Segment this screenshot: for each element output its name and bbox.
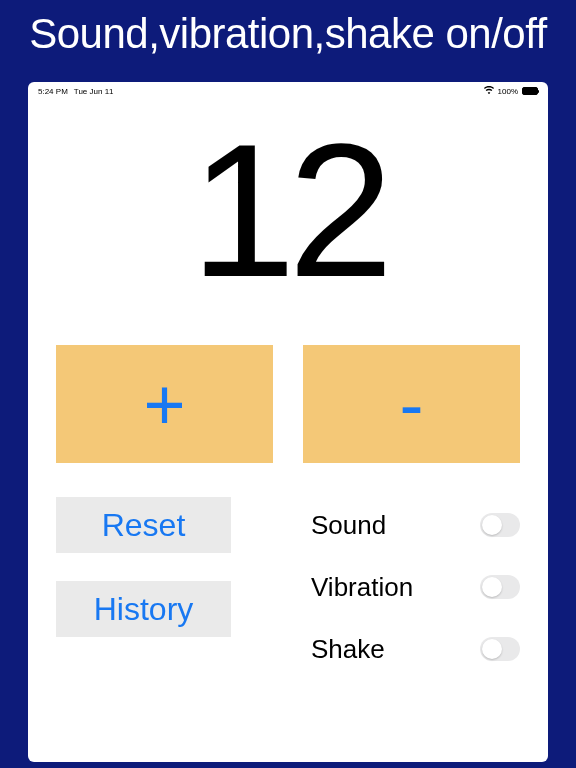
reset-button[interactable]: Reset: [56, 497, 231, 553]
setting-shake-label: Shake: [311, 634, 385, 665]
counter-value: 12: [28, 115, 548, 305]
setting-vibration: Vibration: [311, 565, 520, 609]
status-date: Tue Jun 11: [74, 87, 114, 96]
setting-shake: Shake: [311, 627, 520, 671]
device-frame: 5:24 PM Tue Jun 11 100% 12 + - Reset His…: [28, 82, 548, 762]
setting-vibration-label: Vibration: [311, 572, 413, 603]
history-button[interactable]: History: [56, 581, 231, 637]
decrement-button[interactable]: -: [303, 345, 520, 463]
setting-sound: Sound: [311, 503, 520, 547]
wifi-icon: [484, 86, 494, 96]
battery-percent: 100%: [498, 87, 518, 96]
status-time: 5:24 PM: [38, 87, 68, 96]
shake-toggle[interactable]: [480, 637, 520, 661]
increment-button[interactable]: +: [56, 345, 273, 463]
status-bar: 5:24 PM Tue Jun 11 100%: [28, 82, 548, 100]
setting-sound-label: Sound: [311, 510, 386, 541]
battery-icon: [522, 87, 538, 95]
sound-toggle[interactable]: [480, 513, 520, 537]
vibration-toggle[interactable]: [480, 575, 520, 599]
page-caption: Sound,vibration,shake on/off: [0, 0, 576, 64]
